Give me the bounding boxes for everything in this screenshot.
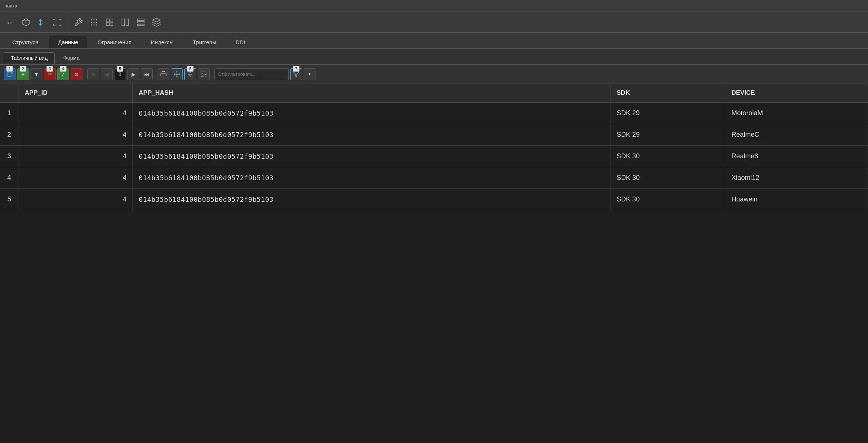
badge-1: 1	[6, 66, 13, 72]
cell-app-hash: 014b35b6184100b085b0d0572f9b5103	[133, 189, 610, 210]
prev-page-button[interactable]: ◀	[101, 68, 113, 80]
expand-rows-button[interactable]	[171, 68, 183, 80]
cell-rownum: 4	[0, 167, 19, 189]
main-tabs: Структура Данные Ограничения Индексы Три…	[0, 33, 868, 49]
subtab-table-view[interactable]: Табличный вид	[4, 52, 55, 63]
col-header-app-hash[interactable]: APP_HASH	[133, 84, 610, 102]
tab-triggers[interactable]: Триггеры	[184, 36, 226, 48]
dt-sep-3	[212, 69, 212, 80]
col-header-sdk[interactable]: SDK	[610, 84, 725, 102]
svg-rect-21	[137, 19, 144, 20]
tab-ddl[interactable]: DDL	[226, 36, 256, 48]
last-page-button[interactable]: ⏭	[141, 68, 153, 80]
cell-rownum: 1	[0, 102, 19, 124]
grid-squares-icon[interactable]	[103, 16, 116, 29]
layers-icon[interactable]	[150, 16, 163, 29]
cancel-button[interactable]: ✕	[71, 68, 82, 80]
svg-point-11	[96, 22, 97, 23]
table-row[interactable]: 2 4 014b35b6184100b085b0d0572f9b5103 SDK…	[0, 124, 868, 146]
cell-sdk: SDK 30	[610, 167, 725, 189]
next-page-button[interactable]: ▶	[127, 68, 139, 80]
cell-app-id: 4	[19, 146, 133, 167]
svg-rect-22	[137, 22, 144, 23]
cell-app-hash: 014b35b6184100b085b0d0572f9b5103	[133, 124, 610, 146]
grid-dots-icon[interactable]	[87, 16, 101, 29]
svg-point-6	[91, 19, 92, 20]
cell-app-hash: 014b35b6184100b085b0d0572f9b5103	[133, 102, 610, 124]
cell-device: RealmeC	[725, 124, 868, 146]
table-row[interactable]: 3 4 014b35b6184100b085b0d0572f9b5103 SDK…	[0, 146, 868, 167]
add-button[interactable]: 2 +	[17, 68, 29, 80]
table-row[interactable]: 1 4 014b35b6184100b085b0d0572f9b5103 SDK…	[0, 102, 868, 124]
cell-device: Realme8	[725, 146, 868, 167]
svg-rect-24	[162, 75, 165, 77]
toolbar: a:z	[0, 12, 868, 33]
cell-rownum: 2	[0, 124, 19, 146]
badge-2: 2	[20, 66, 26, 72]
dt-sep-1	[85, 69, 85, 80]
toolbar-sep-1	[68, 16, 68, 28]
expand-icon[interactable]	[51, 16, 64, 29]
badge-4: 4	[60, 66, 67, 72]
cell-rownum: 5	[0, 189, 19, 210]
subtabs: Табличный вид Форма	[0, 49, 868, 65]
table-header-row: APP_ID APP_HASH SDK DEVICE	[0, 84, 868, 102]
cell-app-id: 4	[19, 124, 133, 146]
svg-text:a:z: a:z	[7, 20, 12, 25]
data-table-container: APP_ID APP_HASH SDK DEVICE 1 4 014b35b61…	[0, 84, 868, 443]
badge-7: 7	[293, 66, 299, 72]
confirm-button[interactable]: 4 ✓	[57, 68, 69, 80]
cell-app-hash: 014b35b6184100b085b0d0572f9b5103	[133, 146, 610, 167]
svg-rect-15	[106, 19, 109, 22]
first-page-button[interactable]: ⏮	[87, 68, 99, 80]
badge-5: 5	[117, 66, 123, 72]
rows-icon[interactable]	[134, 16, 148, 29]
filter-dropdown-button[interactable]: ▼	[304, 68, 315, 80]
svg-marker-30	[294, 72, 299, 77]
svg-point-8	[96, 19, 97, 20]
cell-app-hash: 014b35b6184100b085b0d0572f9b5103	[133, 167, 610, 189]
tab-data[interactable]: Данные	[49, 36, 87, 48]
tab-constraints[interactable]: Ограничения	[88, 36, 140, 48]
collapse-icon[interactable]	[35, 16, 48, 29]
filter-button[interactable]: 7	[290, 68, 302, 80]
delete-button[interactable]: 3 −	[44, 68, 56, 80]
svg-point-12	[91, 24, 92, 25]
cube-icon[interactable]	[19, 16, 33, 29]
svg-rect-20	[126, 19, 129, 26]
add-dropdown-button[interactable]: ▼	[30, 68, 42, 80]
svg-point-29	[202, 73, 203, 74]
columns-icon[interactable]	[119, 16, 132, 29]
title-text: равка	[4, 3, 17, 9]
cell-app-id: 4	[19, 102, 133, 124]
print-button[interactable]	[158, 68, 169, 80]
cell-sdk: SDK 29	[610, 124, 725, 146]
data-table: APP_ID APP_HASH SDK DEVICE 1 4 014b35b61…	[0, 84, 868, 210]
table-row[interactable]: 5 4 014b35b6184100b085b0d0572f9b5103 SDK…	[0, 189, 868, 210]
table-row[interactable]: 4 4 014b35b6184100b085b0d0572f9b5103 SDK…	[0, 167, 868, 189]
image-button[interactable]	[198, 68, 210, 80]
col-header-app-id[interactable]: APP_ID	[19, 84, 133, 102]
refresh-button[interactable]: 1	[4, 68, 16, 80]
filter-input[interactable]	[214, 68, 289, 80]
cell-rownum: 3	[0, 146, 19, 167]
col-header-device[interactable]: DEVICE	[725, 84, 868, 102]
cell-app-id: 4	[19, 189, 133, 210]
az-icon[interactable]: a:z	[4, 16, 17, 29]
cell-device: Huawein	[725, 189, 868, 210]
cell-sdk: SDK 30	[610, 189, 725, 210]
subtab-form[interactable]: Форма	[56, 52, 87, 63]
svg-point-10	[94, 22, 95, 23]
svg-rect-18	[110, 23, 113, 26]
cell-device: Xiaomi12	[725, 167, 868, 189]
wrench-icon[interactable]	[72, 16, 85, 29]
collapse-rows-button[interactable]: 6	[184, 68, 196, 80]
cell-sdk: SDK 30	[610, 146, 725, 167]
col-header-rownum	[0, 84, 19, 102]
tab-indexes[interactable]: Индексы	[142, 36, 183, 48]
svg-point-14	[96, 24, 97, 25]
badge-6: 6	[187, 66, 194, 72]
svg-point-9	[91, 22, 92, 23]
cell-device: MotorolaM	[725, 102, 868, 124]
tab-structure[interactable]: Структура	[3, 36, 48, 48]
